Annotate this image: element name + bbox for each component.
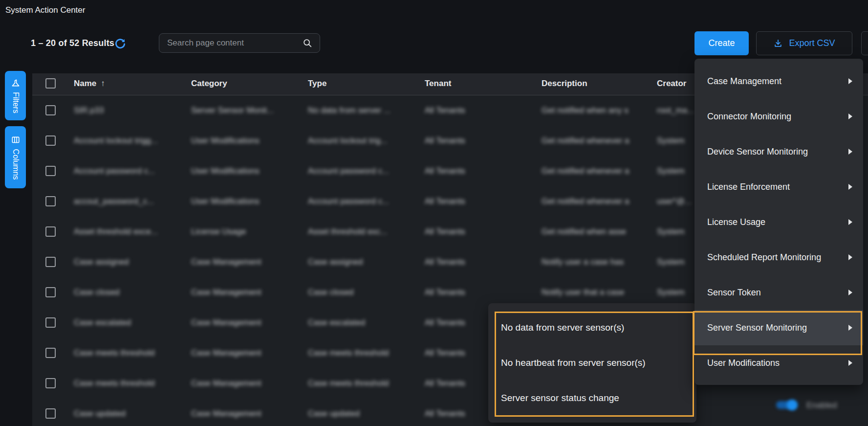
filter-funnel-icon [11, 78, 20, 88]
search-icon [302, 38, 313, 48]
column-header-type[interactable]: Type [308, 79, 326, 89]
cell-category: Case Management [191, 409, 304, 419]
clipped-edge-button[interactable] [861, 31, 868, 55]
cell-tenant: All Tenants [425, 197, 488, 206]
submenu-arrow-icon [848, 78, 852, 84]
cell-category: Case Management [191, 379, 304, 388]
cell-type: No data from server ... [308, 106, 420, 115]
search-input[interactable] [167, 34, 294, 52]
export-csv-button[interactable]: Export CSV [756, 31, 852, 55]
row-checkbox[interactable] [45, 196, 56, 206]
menu-item-sensor-token[interactable]: Sensor Token [694, 275, 863, 310]
row-checkbox[interactable] [45, 166, 56, 176]
cell-name: Asset threshold exce... [74, 227, 189, 237]
cell-category: User Modifications [191, 197, 304, 206]
menu-item-label: Connector Monitoring [707, 112, 791, 122]
cell-type: Case escalated [308, 318, 420, 328]
submenu-arrow-icon [848, 219, 852, 225]
menu-item-label: License Usage [707, 217, 765, 227]
cell-name: Account lockout trigg... [74, 136, 189, 146]
column-header-description[interactable]: Description [542, 79, 587, 89]
column-header-label: Creator [657, 79, 686, 89]
cell-type: Asset threshold exc... [308, 227, 420, 237]
menu-item-connector-monitoring[interactable]: Connector Monitoring [694, 99, 863, 134]
menu-item-device-sensor-monitoring[interactable]: Device Sensor Monitoring [694, 134, 863, 169]
cell-category: User Modifications [191, 136, 304, 146]
menu-item-label: Sensor Token [707, 288, 761, 298]
cell-tenant: All Tenants [425, 257, 488, 267]
row-checkbox[interactable] [45, 317, 56, 328]
results-count: 1 – 20 of 52 Results [31, 38, 114, 48]
server-sensor-submenu: No data from server sensor(s)No heartbea… [488, 303, 696, 423]
cell-description: Notify user that a case [542, 288, 642, 297]
cell-category: Case Management [191, 257, 304, 267]
cell-description: Get notified when any s [542, 106, 642, 115]
cell-type: Case meets threshold [308, 348, 420, 358]
column-header-category[interactable]: Category [191, 79, 227, 89]
submenu-arrow-icon [848, 325, 852, 331]
enabled-toggle-thumb[interactable] [787, 400, 798, 410]
search-box [159, 33, 320, 53]
cell-tenant: All Tenants [425, 318, 488, 328]
row-checkbox[interactable] [45, 378, 56, 388]
menu-item-license-enforcement[interactable]: License Enforcement [694, 169, 863, 204]
menu-item-label: Device Sensor Monitoring [707, 147, 808, 157]
cell-type: Account password c... [308, 197, 420, 206]
submenu-arrow-icon [848, 149, 852, 155]
row-checkbox[interactable] [45, 105, 56, 115]
cell-name: Case meets threshold [74, 348, 189, 358]
columns-icon [11, 135, 20, 144]
row-checkbox[interactable] [45, 408, 56, 419]
column-header-tenant[interactable]: Tenant [425, 79, 451, 89]
columns-button[interactable]: Columns [5, 126, 26, 188]
cell-description: Get notified whenever a [542, 166, 642, 176]
submenu-arrow-icon [848, 360, 852, 366]
select-all-checkbox[interactable] [45, 78, 56, 89]
submenu-item-no-heartbeat-from-server-sensor-s-[interactable]: No heartbeat from server sensor(s) [488, 345, 696, 381]
cell-type: Account password c... [308, 166, 420, 176]
menu-item-server-sensor-monitoring[interactable]: Server Sensor Monitoring [694, 310, 863, 345]
cell-type: Case updated [308, 409, 420, 419]
submenu-item-no-data-from-server-sensor-s-[interactable]: No data from server sensor(s) [488, 310, 696, 345]
cell-tenant: All Tenants [425, 379, 488, 388]
cell-description: Get notified whenever a [542, 136, 642, 146]
submenu-item-label: Server sensor status change [501, 393, 619, 404]
menu-item-label: Case Management [707, 76, 781, 87]
cell-category: User Modifications [191, 166, 304, 176]
refresh-button[interactable] [113, 37, 127, 51]
submenu-item-server-sensor-status-change[interactable]: Server sensor status change [488, 381, 696, 416]
cell-name: SIR.p33 [74, 106, 189, 115]
menu-item-scheduled-report-monitoring[interactable]: Scheduled Report Monitoring [694, 240, 863, 275]
row-checkbox[interactable] [45, 226, 56, 237]
row-checkbox[interactable] [45, 135, 56, 146]
menu-item-case-management[interactable]: Case Management [694, 64, 863, 99]
cell-name: Account password c... [74, 166, 189, 176]
submenu-item-label: No heartbeat from server sensor(s) [501, 358, 646, 368]
cell-type: Account lockout trig... [308, 136, 420, 146]
column-header-name[interactable]: Name↑ [74, 79, 105, 89]
column-header-label: Type [308, 79, 326, 89]
cell-description: Notify user a case has [542, 257, 642, 267]
filters-label: Filters [11, 92, 20, 113]
cell-tenant: All Tenants [425, 409, 488, 419]
export-csv-label: Export CSV [789, 38, 835, 48]
submenu-arrow-icon [848, 113, 852, 119]
cell-name: accout_password_c... [74, 197, 189, 206]
cell-description: Get notified whenever a [542, 197, 642, 206]
filters-button[interactable]: Filters [5, 71, 26, 120]
cell-category: Case Management [191, 288, 304, 297]
sort-ascending-icon: ↑ [101, 79, 105, 89]
row-checkbox[interactable] [45, 348, 56, 358]
cell-category: Case Management [191, 318, 304, 328]
row-checkbox[interactable] [45, 287, 56, 297]
cell-category: Server Sensor Monit... [191, 106, 304, 115]
cell-name: Case assigned [74, 257, 189, 267]
menu-item-license-usage[interactable]: License Usage [694, 204, 863, 240]
create-button[interactable]: Create [694, 31, 749, 55]
row-checkbox[interactable] [45, 257, 56, 267]
download-icon [773, 39, 783, 48]
menu-item-user-modifications[interactable]: User Modifications [694, 345, 863, 381]
column-header-creator[interactable]: Creator [657, 79, 686, 89]
menu-item-label: License Enforcement [707, 182, 790, 192]
cell-type: Case meets threshold [308, 379, 420, 388]
